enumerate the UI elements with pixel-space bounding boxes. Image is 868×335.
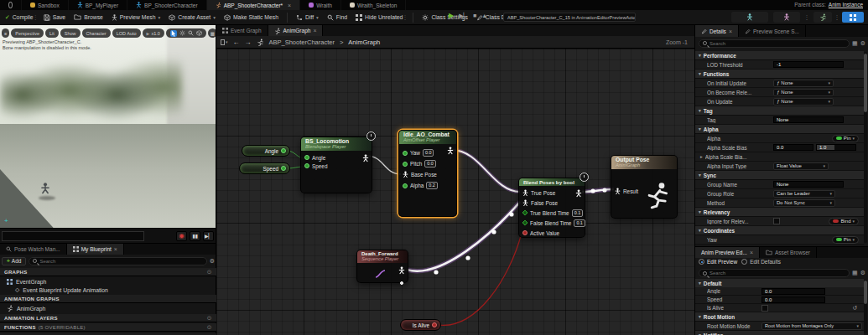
- override-icon[interactable]: ⊙: [207, 315, 212, 322]
- preview-mesh-dropdown[interactable]: Preview Mesh▾: [112, 14, 160, 21]
- preview-instance-button[interactable]: [731, 12, 768, 23]
- true-blend-time-pin[interactable]: [522, 210, 528, 216]
- reset-to-default-icon[interactable]: ↺: [852, 305, 857, 312]
- record-button[interactable]: ◉: [176, 231, 187, 241]
- tab-event-graph[interactable]: Event Graph: [216, 25, 268, 36]
- section-tag[interactable]: ▾Tag: [695, 106, 864, 116]
- angle-input-pin[interactable]: [304, 155, 309, 160]
- tab-details[interactable]: Details×: [695, 25, 739, 37]
- pose-output-pin[interactable]: [362, 154, 369, 162]
- section-graphs[interactable]: GRAPHS⊙: [0, 268, 216, 276]
- preview-character-mesh[interactable]: [40, 179, 50, 198]
- step-forward-button[interactable]: ▶▏: [203, 231, 214, 241]
- alpha-value-input[interactable]: 0.2: [426, 182, 438, 189]
- search-input[interactable]: [39, 259, 202, 264]
- breadcrumb-root[interactable]: ABP_ShooterCharacter: [269, 39, 335, 46]
- tab-asset-browser[interactable]: Asset Browser: [760, 247, 817, 258]
- section-sync[interactable]: ▾Sync: [695, 171, 864, 180]
- false-blend-time-input[interactable]: 0.1: [574, 219, 585, 227]
- select-tool-button[interactable]: [170, 30, 177, 37]
- hide-unrelated-button[interactable]: Hide Unrelated⋮: [356, 14, 404, 21]
- scale-tool-icon[interactable]: [196, 30, 202, 36]
- pose-watch-icon[interactable]: [366, 131, 376, 141]
- snap-settings-button[interactable]: ▦: [208, 28, 216, 38]
- bool-output-pin[interactable]: [432, 322, 437, 327]
- app-menu-icon[interactable]: [0, 0, 22, 10]
- section-animation-graphs[interactable]: ANIMATION GRAPHS: [0, 295, 216, 303]
- tag-input[interactable]: [773, 116, 844, 123]
- section-root-motion[interactable]: ▾Root Motion: [695, 312, 864, 322]
- playback-speed-dropdown[interactable]: ▶x1.0: [143, 28, 164, 38]
- false-pose-input-pin[interactable]: [522, 199, 528, 207]
- display-filter-icon[interactable]: ▦: [852, 40, 858, 47]
- breadcrumb-current[interactable]: AnimGraph: [348, 39, 380, 46]
- tab-preview-scene-settings[interactable]: Preview Scene S...: [739, 25, 806, 37]
- search-input[interactable]: [709, 41, 845, 46]
- edit-preview-radio[interactable]: Edit Preview: [699, 259, 737, 265]
- move-tool-icon[interactable]: [179, 30, 185, 36]
- pose-output-pin[interactable]: [398, 266, 405, 275]
- asset-tab-bp-myplayer[interactable]: BP_MyPlayer: [69, 0, 127, 10]
- close-icon[interactable]: ×: [313, 28, 316, 34]
- details-search[interactable]: [699, 39, 850, 48]
- stop-button[interactable]: ■: [473, 13, 476, 18]
- lod-threshold-input[interactable]: [773, 61, 844, 68]
- display-filter-icon[interactable]: ▦: [852, 270, 858, 276]
- speed-input[interactable]: [761, 296, 825, 303]
- diff-dropdown[interactable]: Diff▾: [296, 14, 319, 21]
- details-scrollbar[interactable]: [864, 52, 867, 243]
- true-blend-time-input[interactable]: 0.1: [572, 209, 584, 217]
- active-value-input-pin[interactable]: [522, 230, 528, 235]
- asset-tab-wraith[interactable]: Wraith: [300, 0, 341, 10]
- preview-viewport[interactable]: ≡ Perspective Lit Show Character LOD Aut…: [0, 25, 216, 243]
- debug-object-dropdown[interactable]: ABP_ShooterCharacter_C_15 in AnimationEd…: [503, 13, 636, 22]
- base-pose-input-pin[interactable]: [403, 171, 408, 178]
- compile-button[interactable]: ✓Compile⋮: [5, 14, 35, 21]
- scrollbar-thumb[interactable]: [864, 54, 867, 112]
- pose-output-pin[interactable]: [447, 147, 454, 155]
- close-icon[interactable]: ×: [729, 28, 732, 34]
- section-alpha[interactable]: ▾Alpha: [695, 125, 864, 134]
- perspective-dropdown[interactable]: Perspective: [11, 28, 44, 38]
- settings-gear-icon[interactable]: ⚙: [210, 258, 215, 265]
- add-button[interactable]: +Add: [2, 257, 26, 265]
- method-select[interactable]: Do Not Sync▾: [773, 199, 835, 207]
- play-button[interactable]: ▶: [449, 12, 454, 19]
- forward-button[interactable]: →: [245, 39, 252, 46]
- more-icon[interactable]: ⋮: [402, 14, 408, 21]
- settings-gear-icon[interactable]: ⚙: [860, 40, 865, 47]
- back-button[interactable]: ←: [233, 39, 240, 46]
- section-performance[interactable]: ▾Performance: [695, 51, 864, 60]
- asset-tab-wraith-skeleton[interactable]: Wraith_Skeleton: [341, 0, 407, 10]
- section-animation-layers[interactable]: ANIMATION LAYERS⊙: [0, 314, 216, 322]
- eject-button[interactable]: ▲: [481, 13, 487, 18]
- is-alive-checkbox[interactable]: [761, 305, 768, 312]
- more-icon[interactable]: ⋮: [33, 14, 39, 21]
- parent-class-link[interactable]: Anim Instance: [829, 2, 863, 8]
- override-icon[interactable]: ⊙: [207, 269, 212, 276]
- float-output-pin[interactable]: [281, 166, 286, 171]
- ignore-relevancy-checkbox[interactable]: [773, 218, 780, 224]
- alpha-input-pin[interactable]: [403, 183, 408, 188]
- graph-item-eventgraph[interactable]: EventGraph: [0, 277, 216, 286]
- on-become-relevant-select[interactable]: ƒNone▾: [773, 89, 834, 96]
- speed-input-pin[interactable]: [304, 163, 309, 168]
- result-input-pin[interactable]: [615, 188, 621, 195]
- node-blend-poses-by-bool[interactable]: Blend Poses by bool True Pose False Pose…: [518, 178, 585, 238]
- group-name-input[interactable]: [773, 181, 844, 188]
- tab-pose-watch-manager[interactable]: Pose Watch Man...: [0, 244, 67, 255]
- variable-node-is-alive[interactable]: Is Alive: [400, 319, 441, 331]
- scale-bias-min-input[interactable]: [773, 144, 813, 151]
- graph-item-event-update-animation[interactable]: ◇Event Blueprint Update Animation: [0, 286, 216, 294]
- group-role-select[interactable]: Can be Leader▾: [773, 190, 835, 198]
- yaw-input-pin[interactable]: [403, 151, 408, 156]
- anim-preview-search[interactable]: [699, 269, 850, 277]
- anim-preview-scrollbar[interactable]: [864, 280, 867, 333]
- alpha-pin-toggle[interactable]: Pin▾: [832, 135, 859, 142]
- edit-defaults-radio[interactable]: Edit Defaults: [741, 259, 781, 265]
- tab-anim-preview-editor[interactable]: Anim Preview Ed...×: [695, 247, 760, 258]
- float-output-pin[interactable]: [281, 148, 286, 153]
- angle-input[interactable]: [761, 288, 825, 295]
- asset-tab-bp-shootercharacter[interactable]: BP_ShooterCharacter: [127, 0, 207, 10]
- create-asset-dropdown[interactable]: Create Asset▾: [169, 14, 216, 21]
